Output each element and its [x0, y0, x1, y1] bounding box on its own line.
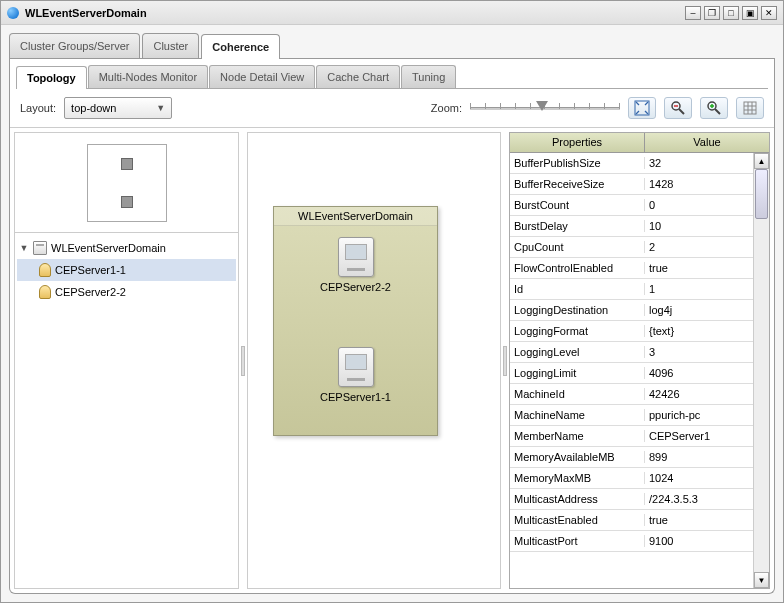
property-row[interactable]: BufferReceiveSize1428	[510, 174, 753, 195]
scroll-down-button[interactable]: ▼	[754, 572, 769, 588]
domain-box[interactable]: WLEventServerDomain CEPServer2-2 CEPServ…	[273, 206, 438, 436]
property-value: 42426	[645, 388, 753, 400]
property-key: MachineName	[510, 409, 645, 421]
property-value: 899	[645, 451, 753, 463]
property-row[interactable]: MulticastAddress/224.3.5.3	[510, 489, 753, 510]
titlebar: WLEventServerDomain – ❐ □ ▣ ✕	[1, 1, 783, 25]
property-row[interactable]: BufferPublishSize32	[510, 153, 753, 174]
outer-tab-cluster-groups-server[interactable]: Cluster Groups/Server	[9, 33, 140, 58]
property-key: CpuCount	[510, 241, 645, 253]
property-value: 1024	[645, 472, 753, 484]
collapse-button[interactable]: ▣	[742, 6, 758, 20]
topology-node[interactable]: CEPServer2-2	[311, 237, 401, 293]
inner-tab-multi-nodes-monitor[interactable]: Multi-Nodes Monitor	[88, 65, 208, 88]
property-row[interactable]: MemoryMaxMB1024	[510, 468, 753, 489]
property-row[interactable]: MulticastEnabledtrue	[510, 510, 753, 531]
property-row[interactable]: FlowControlEnabledtrue	[510, 258, 753, 279]
property-row[interactable]: BurstDelay10	[510, 216, 753, 237]
property-key: Id	[510, 283, 645, 295]
layout-select[interactable]: top-down ▼	[64, 97, 172, 119]
property-row[interactable]: BurstCount0	[510, 195, 753, 216]
property-value: 10	[645, 220, 753, 232]
scroll-thumb[interactable]	[755, 169, 768, 219]
outer-tab-cluster[interactable]: Cluster	[142, 33, 199, 58]
splitter-left[interactable]	[239, 132, 247, 589]
grid-button[interactable]	[736, 97, 764, 119]
app-window: WLEventServerDomain – ❐ □ ▣ ✕ Cluster Gr…	[0, 0, 784, 603]
property-key: MachineId	[510, 388, 645, 400]
property-value: 32	[645, 157, 753, 169]
zoom-thumb[interactable]	[536, 101, 548, 111]
close-button[interactable]: ✕	[761, 6, 777, 20]
restore-button[interactable]: ❐	[704, 6, 720, 20]
scrollbar[interactable]: ▲ ▼	[753, 153, 769, 588]
property-value: 2	[645, 241, 753, 253]
property-row[interactable]: LoggingDestinationlog4j	[510, 300, 753, 321]
zoom-slider[interactable]	[470, 103, 620, 113]
zoom-out-button[interactable]	[664, 97, 692, 119]
property-key: MemberName	[510, 430, 645, 442]
content-area: Cluster Groups/ServerClusterCoherence To…	[1, 25, 783, 602]
splitter-right[interactable]	[501, 132, 509, 589]
tree-item[interactable]: CEPServer1-1	[17, 259, 236, 281]
property-row[interactable]: Id1	[510, 279, 753, 300]
domain-icon	[33, 241, 47, 255]
topology-canvas[interactable]: WLEventServerDomain CEPServer2-2 CEPServ…	[247, 132, 501, 589]
property-value: ppurich-pc	[645, 409, 753, 421]
property-row[interactable]: MachineId42426	[510, 384, 753, 405]
properties-body: BufferPublishSize32BufferReceiveSize1428…	[510, 153, 769, 588]
property-row[interactable]: MemberNameCEPServer1	[510, 426, 753, 447]
maximize-button[interactable]: □	[723, 6, 739, 20]
node-label: CEPServer2-2	[311, 281, 401, 293]
domain-title: WLEventServerDomain	[274, 207, 437, 226]
property-key: MulticastAddress	[510, 493, 645, 505]
property-value: /224.3.5.3	[645, 493, 753, 505]
property-value: true	[645, 262, 753, 274]
topology-node[interactable]: CEPServer1-1	[311, 347, 401, 403]
app-icon	[7, 7, 19, 19]
properties-header: Properties Value	[510, 133, 769, 153]
property-key: MulticastPort	[510, 535, 645, 547]
server-node-icon	[39, 285, 51, 299]
property-key: MemoryAvailableMB	[510, 451, 645, 463]
property-row[interactable]: LoggingFormat{text}	[510, 321, 753, 342]
property-key: MulticastEnabled	[510, 514, 645, 526]
server-icon	[338, 237, 374, 277]
inner-panel: TopologyMulti-Nodes MonitorNode Detail V…	[9, 59, 775, 594]
tree-collapse-icon[interactable]: ▼	[19, 243, 29, 253]
scroll-up-button[interactable]: ▲	[754, 153, 769, 169]
property-row[interactable]: LoggingLevel3	[510, 342, 753, 363]
outer-tab-coherence[interactable]: Coherence	[201, 34, 280, 59]
property-row[interactable]: LoggingLimit4096	[510, 363, 753, 384]
property-row[interactable]: MachineNameppurich-pc	[510, 405, 753, 426]
svg-line-5	[715, 109, 720, 114]
minimap-node	[121, 158, 133, 170]
tree-root[interactable]: ▼ WLEventServerDomain	[17, 237, 236, 259]
outer-tabs: Cluster Groups/ServerClusterCoherence	[9, 33, 775, 59]
minimap[interactable]	[15, 133, 238, 233]
inner-tab-topology[interactable]: Topology	[16, 66, 87, 89]
property-key: BufferReceiveSize	[510, 178, 645, 190]
property-key: LoggingFormat	[510, 325, 645, 337]
property-value: CEPServer1	[645, 430, 753, 442]
tree-item[interactable]: CEPServer2-2	[17, 281, 236, 303]
property-row[interactable]: MemoryAvailableMB899	[510, 447, 753, 468]
inner-tab-tuning[interactable]: Tuning	[401, 65, 456, 88]
property-key: BurstCount	[510, 199, 645, 211]
property-row[interactable]: MulticastPort9100	[510, 531, 753, 552]
property-value: 4096	[645, 367, 753, 379]
inner-tab-cache-chart[interactable]: Cache Chart	[316, 65, 400, 88]
properties-header-key: Properties	[510, 133, 645, 152]
property-row[interactable]: CpuCount2	[510, 237, 753, 258]
properties-header-value: Value	[645, 133, 769, 152]
property-key: LoggingLimit	[510, 367, 645, 379]
minimize-button[interactable]: –	[685, 6, 701, 20]
inner-tab-node-detail-view[interactable]: Node Detail View	[209, 65, 315, 88]
node-label: CEPServer1-1	[311, 391, 401, 403]
tree: ▼ WLEventServerDomain CEPServer1-1CEPSer…	[15, 233, 238, 588]
chevron-down-icon: ▼	[156, 103, 165, 113]
property-key: LoggingDestination	[510, 304, 645, 316]
zoom-in-button[interactable]	[700, 97, 728, 119]
property-value: true	[645, 514, 753, 526]
fit-button[interactable]	[628, 97, 656, 119]
